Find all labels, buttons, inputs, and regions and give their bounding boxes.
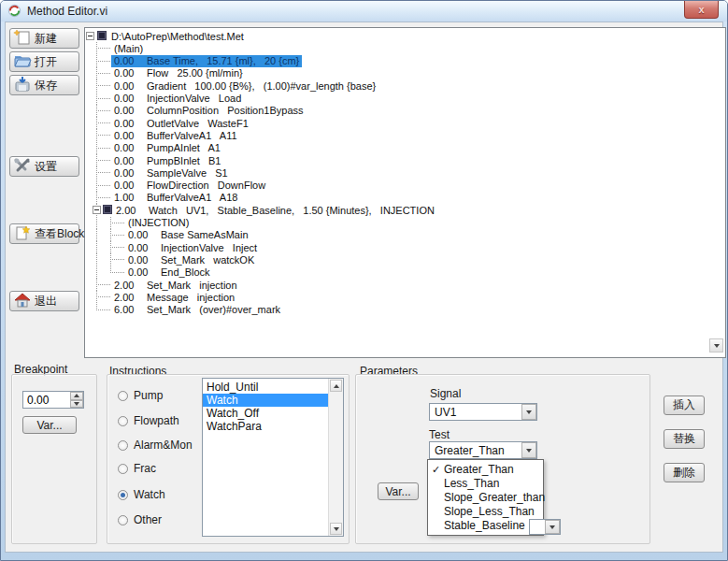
tree-row[interactable]: 0.00Base Time, 15.71 {ml}, 20 {cm} bbox=[85, 55, 725, 67]
sidebar-button-label: 打开 bbox=[35, 54, 57, 70]
sidebar-button-new[interactable]: 新建 bbox=[9, 28, 79, 49]
tree-row[interactable]: 0.00PumpBInlet B1 bbox=[85, 154, 725, 166]
replace-button[interactable]: 替换 bbox=[664, 429, 705, 449]
scroll-down-button[interactable] bbox=[330, 523, 342, 535]
dropdown-option-slope-greater-than[interactable]: Slope_Greater_than bbox=[428, 491, 543, 505]
parameters-var-button[interactable]: Var... bbox=[378, 482, 419, 500]
tree-connector bbox=[110, 235, 124, 236]
instruction-listbox[interactable]: Hold_UntilWatchWatch_OffWatchPara bbox=[202, 378, 344, 537]
radio-flowpath[interactable]: Flowpath bbox=[118, 414, 179, 427]
tree-row-text: Set_Mark (over)#over_mark bbox=[147, 304, 280, 315]
scroll-up-button[interactable] bbox=[330, 380, 342, 392]
tree-row[interactable]: 0.00End_Block bbox=[85, 266, 725, 279]
tree-row[interactable]: 0.00FlowDirection DownFlow bbox=[85, 180, 725, 192]
tree-row[interactable]: 0.00PumpAInlet A1 bbox=[85, 142, 725, 154]
tree-row[interactable]: 2.00Set_Mark injection bbox=[85, 279, 725, 291]
tree-row-text: BufferValveA1 A11 bbox=[147, 130, 237, 141]
tree-guide-line bbox=[96, 253, 97, 266]
dropdown-option-stable-baseline[interactable]: Stable_Baseline bbox=[428, 519, 543, 533]
dropdown-option-greater-than[interactable]: ✓Greater_Than bbox=[428, 463, 543, 477]
signal-label: Signal bbox=[430, 387, 461, 400]
radio-alarm-mon[interactable]: Alarm&Mon bbox=[118, 439, 193, 452]
insert-button[interactable]: 插入 bbox=[664, 396, 705, 415]
tree-row[interactable]: 0.00SampleValve S1 bbox=[85, 166, 725, 179]
sidebar-button-open[interactable]: 打开 bbox=[9, 51, 79, 72]
tree-row[interactable]: 2.00Watch UV1, Stable_Baseline, 1.50 {Mi… bbox=[85, 204, 725, 216]
tree-expander-icon[interactable] bbox=[86, 32, 94, 40]
tree-row[interactable]: 0.00Gradient 100.00 {B%}, (1.00)#var_len… bbox=[85, 79, 725, 92]
tree-connector bbox=[110, 247, 124, 248]
tree-row-content: 0.00InjectionValve Inject bbox=[125, 241, 260, 253]
tree-row-content: 0.00OutletValve WasteF1 bbox=[111, 117, 251, 129]
breakpoint-var-button[interactable]: Var... bbox=[22, 416, 77, 434]
radio-label: Flowpath bbox=[134, 414, 179, 427]
tree-row[interactable]: 2.00Message injection bbox=[85, 291, 725, 303]
combo-arrow-icon[interactable] bbox=[545, 520, 560, 534]
close-button[interactable]: x bbox=[684, 1, 719, 19]
tree-row[interactable]: 0.00InjectionValve Inject bbox=[85, 241, 725, 253]
tree-row[interactable]: 0.00Base SameAsMain bbox=[85, 229, 725, 241]
tree-guide-line bbox=[96, 217, 97, 229]
spinner-up-button[interactable] bbox=[70, 392, 83, 400]
sidebar-button-exit[interactable]: 退出 bbox=[9, 291, 79, 311]
tree-row[interactable]: (INJECTION) bbox=[85, 217, 725, 229]
radio-watch[interactable]: Watch bbox=[118, 488, 165, 501]
dropdown-option-slope-less-than[interactable]: Slope_Less_Than bbox=[428, 505, 543, 519]
check-spacer bbox=[428, 477, 444, 491]
sidebar-button-save[interactable]: 保存 bbox=[9, 75, 79, 95]
sidebar-button-view-block[interactable]: 查看Block bbox=[9, 223, 79, 244]
delete-button[interactable]: 删除 bbox=[664, 463, 705, 482]
signal-combobox[interactable]: UV1 bbox=[429, 403, 537, 421]
dropdown-option-label: Less_Than bbox=[444, 477, 499, 491]
tree-row-time: 0.00 bbox=[128, 254, 161, 266]
tree-row-content: 0.00BufferValveA1 A11 bbox=[111, 129, 240, 141]
tree-connector bbox=[96, 296, 110, 297]
tree-row[interactable]: 0.00ColumnPosition Position1Bypass bbox=[85, 105, 725, 117]
test-dropdown-list[interactable]: ✓Greater_ThanLess_ThanSlope_Greater_than… bbox=[427, 459, 544, 536]
hidden-combobox[interactable] bbox=[529, 519, 561, 535]
radio-label: Watch bbox=[134, 488, 165, 501]
list-item[interactable]: WatchPara bbox=[203, 420, 328, 433]
tree-connector bbox=[110, 272, 124, 273]
list-item[interactable]: Watch bbox=[203, 394, 328, 407]
tree-row[interactable]: 0.00OutletValve WasteF1 bbox=[85, 117, 725, 129]
combo-arrow-icon[interactable] bbox=[521, 404, 536, 420]
tree-row[interactable]: (Main) bbox=[85, 42, 725, 54]
tree-node-icon bbox=[103, 205, 112, 214]
dropdown-option-less-than[interactable]: Less_Than bbox=[428, 477, 543, 491]
radio-other[interactable]: Other bbox=[118, 513, 162, 526]
tree-row[interactable]: 0.00BufferValveA1 A11 bbox=[85, 129, 725, 141]
test-combobox[interactable]: Greater_Than bbox=[429, 441, 537, 459]
tree-row[interactable]: 6.00Set_Mark (over)#over_mark bbox=[85, 304, 725, 316]
tree-row[interactable]: D:\AutoPrep\Method\test.Met bbox=[85, 30, 725, 42]
radio-frac[interactable]: Frac bbox=[118, 462, 156, 475]
tree-row-time: 0.00 bbox=[114, 155, 147, 166]
tree-row-time: 0.00 bbox=[128, 266, 161, 278]
tree-row-time: 0.00 bbox=[114, 130, 147, 141]
tree-expander-icon[interactable] bbox=[93, 206, 101, 214]
spinner-down-button[interactable] bbox=[70, 400, 83, 409]
tree-row-content: 0.00Flow 25.00 {ml/min} bbox=[111, 67, 246, 79]
tree-row-time: 0.00 bbox=[114, 142, 147, 153]
method-tree[interactable]: D:\AutoPrep\Method\test.Met(Main)0.00Bas… bbox=[84, 27, 726, 358]
breakpoint-value-spinner[interactable]: 0.00 bbox=[22, 391, 84, 409]
tree-row-time: 0.00 bbox=[114, 118, 147, 129]
tree-row[interactable]: 1.00BufferValveA1 A18 bbox=[85, 192, 725, 204]
sidebar-button-settings[interactable]: 设置 bbox=[9, 156, 79, 177]
listbox-scrollbar[interactable] bbox=[328, 379, 343, 536]
tree-connector bbox=[96, 309, 110, 310]
tree-row-content: 0.00FlowDirection DownFlow bbox=[111, 180, 268, 192]
tree-row[interactable]: 0.00Flow 25.00 {ml/min} bbox=[85, 67, 725, 79]
tree-scroll-down-button[interactable] bbox=[709, 338, 723, 352]
tree-row[interactable]: 0.00Set_Mark watckOK bbox=[85, 253, 725, 266]
radio-pump[interactable]: Pump bbox=[118, 389, 163, 402]
check-spacer bbox=[428, 519, 444, 533]
combo-arrow-icon[interactable] bbox=[521, 442, 536, 458]
app-icon bbox=[7, 4, 21, 22]
settings-icon bbox=[13, 157, 32, 177]
sidebar-button-label: 退出 bbox=[35, 294, 57, 309]
tree-row[interactable]: 0.00InjectionValve Load bbox=[85, 93, 725, 105]
list-item[interactable]: Hold_Until bbox=[203, 381, 328, 394]
title-bar[interactable]: Method Editor.vi x bbox=[1, 1, 727, 22]
list-item[interactable]: Watch_Off bbox=[203, 407, 328, 420]
